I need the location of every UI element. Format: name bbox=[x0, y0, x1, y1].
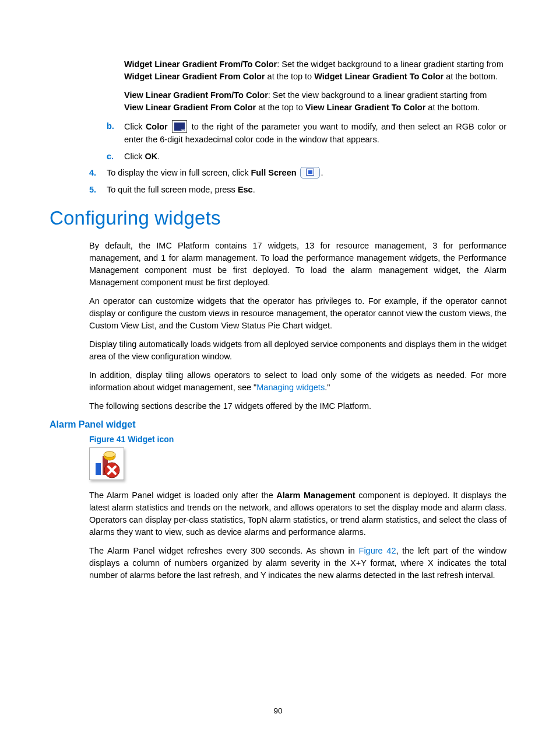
bold-text: Color bbox=[146, 122, 168, 131]
text: : Set the widget background to a linear … bbox=[277, 60, 504, 69]
text: : Set the view background to a linear gr… bbox=[268, 90, 487, 100]
text: The Alarm Panel widget is loaded only af… bbox=[89, 491, 276, 500]
page-number: 90 bbox=[0, 706, 556, 715]
step-body: To display the view in full screen, clic… bbox=[107, 167, 506, 180]
link-managing-widgets[interactable]: Managing widgets bbox=[256, 383, 325, 392]
link-figure-42[interactable]: Figure 42 bbox=[359, 546, 396, 555]
substep-body: Click Color to the right of the paramete… bbox=[124, 120, 506, 146]
bold-text: View Linear Gradient From Color bbox=[124, 103, 256, 112]
bold-text: Widget Linear Gradient To Color bbox=[314, 72, 444, 81]
text: at the bottom. bbox=[444, 72, 498, 81]
text: . bbox=[253, 185, 255, 194]
step-4: 4. To display the view in full screen, c… bbox=[89, 167, 506, 180]
bold-text: View Linear Gradient To Color bbox=[305, 103, 426, 112]
bold-text: Alarm Management bbox=[276, 491, 355, 500]
paragraph: Display tiling automatically loads widge… bbox=[89, 338, 506, 363]
bold-text: Esc bbox=[238, 185, 253, 194]
paragraph: The following sections describe the 17 w… bbox=[89, 400, 506, 412]
paragraph: By default, the IMC Platform contains 17… bbox=[89, 240, 506, 289]
text: ." bbox=[325, 383, 330, 392]
text: Click bbox=[124, 122, 146, 131]
para-widget-gradient: Widget Linear Gradient From/To Color: Se… bbox=[124, 58, 506, 83]
color-picker-icon bbox=[172, 120, 187, 133]
bold-text: Widget Linear Gradient From/To Color bbox=[124, 60, 277, 69]
paragraph: The Alarm Panel widget is loaded only af… bbox=[89, 489, 506, 538]
paragraph: An operator can customize widgets that t… bbox=[89, 295, 506, 332]
step-marker: 5. bbox=[89, 184, 107, 197]
fullscreen-icon bbox=[300, 167, 320, 178]
substep-b: b. Click Color to the right of the param… bbox=[107, 120, 506, 146]
text: at the top to bbox=[256, 103, 305, 112]
step-body: To quit the full screen mode, press Esc. bbox=[107, 184, 506, 197]
text: at the bottom. bbox=[425, 103, 480, 112]
text: The Alarm Panel widget refreshes every 3… bbox=[89, 546, 359, 555]
step-marker: 4. bbox=[89, 167, 107, 180]
heading-alarm-panel-widget: Alarm Panel widget bbox=[50, 419, 506, 430]
bold-text: Widget Linear Gradient From Color bbox=[124, 72, 265, 81]
text: To quit the full screen mode, press bbox=[107, 185, 238, 194]
heading-configuring-widgets: Configuring widgets bbox=[50, 207, 506, 229]
bold-text: View Linear Gradient From/To Color bbox=[124, 90, 268, 100]
text: . bbox=[321, 168, 323, 177]
substep-c: c. Click OK. bbox=[107, 150, 506, 163]
figure-caption: Figure 41 Widget icon bbox=[89, 435, 506, 444]
svg-point-3 bbox=[104, 452, 115, 457]
text: Click bbox=[124, 152, 145, 161]
widget-alarm-panel-icon bbox=[89, 447, 124, 480]
substep-marker: c. bbox=[107, 150, 124, 163]
substep-body: Click OK. bbox=[124, 150, 506, 163]
paragraph: In addition, display tiling allows opera… bbox=[89, 369, 506, 394]
para-view-gradient: View Linear Gradient From/To Color: Set … bbox=[124, 89, 506, 114]
svg-rect-0 bbox=[96, 463, 101, 475]
text: To display the view in full screen, clic… bbox=[107, 168, 251, 177]
paragraph: The Alarm Panel widget refreshes every 3… bbox=[89, 545, 506, 582]
text: . bbox=[157, 152, 160, 161]
step-5: 5. To quit the full screen mode, press E… bbox=[89, 184, 506, 197]
bold-text: Full Screen bbox=[251, 168, 296, 177]
bold-text: OK bbox=[145, 152, 157, 161]
substep-marker: b. bbox=[107, 120, 124, 133]
text: at the top to bbox=[265, 72, 315, 81]
